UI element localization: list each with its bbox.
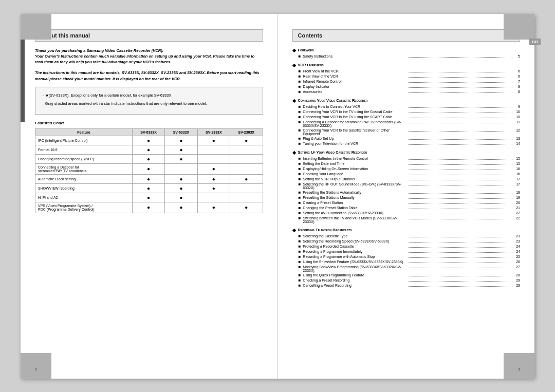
contents-item: ■ Recording a Programme with Automatic S… — [292, 254, 521, 259]
item-bullet-icon: ■ — [299, 182, 301, 186]
item-bullet-icon: ■ — [299, 156, 301, 161]
cell-sv2303x: ● — [230, 174, 263, 183]
contents-item: ■ Presetting the Stations Manually 19 — [292, 195, 521, 200]
book-spread: About this manual Thank you for purchasi… — [21, 14, 534, 379]
cell-sv2333x — [197, 193, 230, 202]
contents-item: ■ Accessories 8 — [292, 89, 521, 94]
item-bullet-icon: ■ — [299, 195, 301, 200]
cell-sv2333x — [197, 154, 230, 163]
cell-sv2333x: ● — [197, 202, 230, 213]
diamond-icon: ◆ — [292, 63, 296, 68]
cell-sv6332x: ● — [165, 202, 197, 213]
contents-item: ■ Tuning your Television for the VCR 14 — [292, 141, 521, 146]
cell-sv2333x — [197, 145, 230, 154]
cell-sv2333x: ● — [197, 174, 230, 183]
contents-item: ■ Selecting the Cassette Type 23 — [292, 234, 521, 238]
feature-label: Changing recording speed (SP/LP) — [35, 154, 133, 163]
item-bullet-icon: ■ — [299, 254, 301, 259]
category-connecting: ◆ Connecting Your Video Cassette Recorde… — [292, 98, 521, 103]
corner-tr — [504, 14, 534, 40]
left-page-title: About this manual — [35, 29, 263, 42]
category-foreword: ◆ Foreword — [292, 48, 521, 53]
table-row: IPC (Intelligent Picture Control) ● ● ● … — [35, 136, 263, 145]
item-bullet-icon: ■ — [299, 166, 301, 171]
cell-sv2333x: ● — [197, 183, 230, 193]
notice-box: - ★(SV-6333X): Exceptions only for a cer… — [35, 87, 263, 115]
item-bullet-icon: ■ — [299, 265, 301, 269]
item-bullet-icon: ■ — [299, 79, 301, 84]
feature-label: VPS (Video Programme System) /PDC (Progr… — [35, 202, 133, 213]
item-bullet-icon: ■ — [299, 216, 301, 220]
item-bullet-icon: ■ — [299, 104, 301, 109]
contents-item: ■ Switching between the TV and VCR Modes… — [292, 216, 521, 223]
corner-br — [504, 353, 534, 379]
feature-label: Hi-Fi and A2 — [35, 193, 133, 202]
contents-item: ■ Plug & Auto Set Up 13 — [292, 136, 521, 141]
item-bullet-icon: ■ — [299, 200, 301, 205]
cell-sv2333x: ● — [197, 136, 230, 145]
intro-paragraph-2: The instructions in this manual are for … — [35, 70, 263, 82]
contents-item: ■ Selecting the Recording Speed (SV-6333… — [292, 239, 521, 244]
item-bullet-icon: ■ — [299, 120, 301, 124]
right-page-title: Contents — [292, 29, 521, 42]
cell-sv2303x — [230, 163, 263, 174]
cell-sv6332x: ● — [165, 183, 197, 193]
col-header-sv6332x: SV-6332X — [165, 128, 197, 136]
contents-section-setting-up: ◆ Setting Up Your Video Cassette Recorde… — [292, 150, 521, 223]
cell-sv6333x: ● — [132, 193, 164, 202]
item-bullet-icon: ■ — [299, 211, 301, 215]
contents-item: ■ Inserting Batteries in the Remote Cont… — [292, 156, 521, 161]
contents-item: ■ Changing the Preset Station Table 21 — [292, 206, 521, 210]
item-bullet-icon: ■ — [299, 172, 301, 176]
cell-sv6333x: ● — [132, 202, 164, 213]
cell-sv2303x: ● — [230, 202, 263, 213]
col-header-sv2303x: SV-2303X — [230, 128, 263, 136]
contents-item: ■ Safety Instructions 5 — [292, 54, 521, 59]
features-chart-title: Features Chart — [35, 121, 263, 125]
right-page: GB Contents ◆ Foreword ■ Safety Instruct… — [278, 14, 535, 379]
feature-label: Connecting a Decoder forscrambled PAY TV… — [35, 163, 133, 174]
cell-sv2333x: ● — [197, 163, 230, 174]
table-row: Hi-Fi and A2 ● ● — [35, 193, 263, 202]
cell-sv6332x — [165, 163, 197, 174]
left-accent-bar — [21, 40, 25, 122]
item-bullet-icon: ■ — [299, 244, 301, 249]
cell-sv6332x: ● — [165, 136, 197, 145]
contents-section-connecting: ◆ Connecting Your Video Cassette Recorde… — [292, 98, 521, 146]
contents-item: ■ Setting the Date and Time 15 — [292, 161, 521, 166]
item-bullet-icon: ■ — [299, 109, 301, 114]
cell-sv2303x: ● — [230, 136, 263, 145]
item-bullet-icon: ■ — [299, 84, 301, 89]
cell-sv6333x: ● — [132, 154, 164, 163]
contents-item: ■ Displaying/Hiding On-Screen Informatio… — [292, 166, 521, 171]
table-row: Connecting a Decoder forscrambled PAY TV… — [35, 163, 263, 174]
cell-sv6333x: ● — [132, 136, 164, 145]
cell-sv6332x: ● — [165, 174, 197, 183]
feature-label: SHOWVIEW recording — [35, 183, 133, 193]
category-vcr-overviews: ◆ VCR Overviews — [292, 63, 521, 68]
col-header-sv2333x: SV-2333X — [197, 128, 230, 136]
item-bullet-icon: ■ — [299, 141, 301, 146]
item-bullet-icon: ■ — [299, 234, 301, 238]
feature-label: Automatic Clock setting — [35, 174, 133, 183]
table-row: Changing recording speed (SP/LP) ● ● — [35, 154, 263, 163]
cell-sv6333x: ● — [132, 163, 164, 174]
item-bullet-icon: ■ — [299, 278, 301, 283]
contents-item: ■ Selecting the RF OUT Sound Mode (B/G-D… — [292, 182, 521, 190]
contents-item: ■ Rear View of the VCR 6 — [292, 74, 521, 79]
contents-item: ■ Using the Quick Programming Feature 28 — [292, 273, 521, 277]
cell-sv6332x: ● — [165, 154, 197, 163]
diamond-icon: ◆ — [292, 48, 296, 53]
contents-item: ■ Infrared Remote Control 7 — [292, 79, 521, 84]
item-bullet-icon: ■ — [299, 249, 301, 254]
contents-item: ■ Recording a Programme Immediately 24 — [292, 249, 521, 254]
contents-item: ■ Connecting Your VCR to the TV using th… — [292, 115, 521, 119]
diamond-icon: ◆ — [292, 98, 296, 103]
item-bullet-icon: ■ — [299, 206, 301, 210]
table-row: SHOWVIEW recording ● ● ● — [35, 183, 263, 193]
contents-section-foreword: ◆ Foreword ■ Safety Instructions 5 — [292, 48, 521, 59]
cell-sv2303x — [230, 183, 263, 193]
item-bullet-icon: ■ — [299, 74, 301, 79]
item-bullet-icon: ■ — [299, 115, 301, 119]
feature-label: IPC (Intelligent Picture Control) — [35, 136, 133, 145]
